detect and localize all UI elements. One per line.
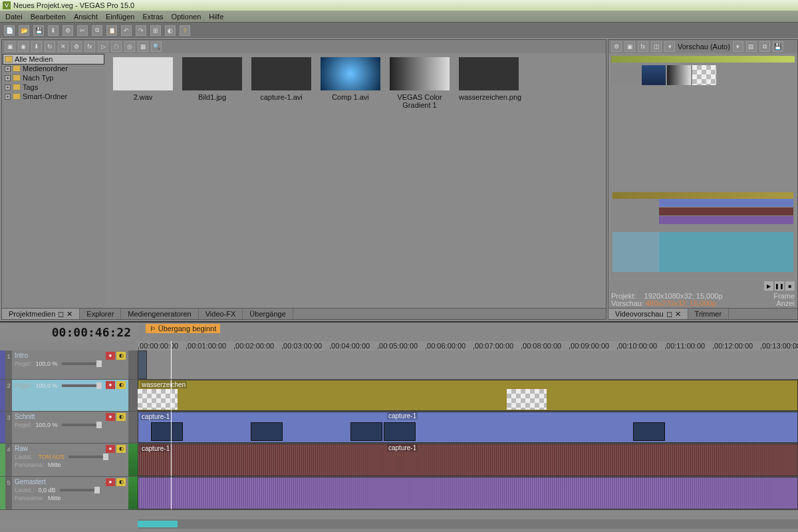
track-strip-icon[interactable] bbox=[0, 412, 5, 443]
track-lane[interactable]: capture-1capture-1 bbox=[138, 444, 798, 476]
level-slider[interactable] bbox=[62, 362, 102, 365]
track-lane[interactable] bbox=[138, 477, 798, 509]
solo-icon[interactable]: ◐ bbox=[116, 413, 126, 421]
playhead[interactable] bbox=[171, 341, 172, 350]
tab-videovorschau[interactable]: Videovorschau◻✕ bbox=[608, 309, 688, 319]
playhead[interactable] bbox=[171, 412, 172, 443]
properties-icon[interactable]: ⚙ bbox=[63, 25, 73, 36]
track-lane[interactable]: wasserzeichen bbox=[138, 380, 798, 411]
loop-icon[interactable]: ◎ bbox=[124, 41, 135, 52]
clip[interactable] bbox=[138, 350, 147, 379]
track-strip-icon[interactable] bbox=[0, 380, 5, 411]
level-slider[interactable] bbox=[62, 384, 102, 387]
media-thumb[interactable]: Bild1.jpg bbox=[182, 57, 242, 101]
level-slider[interactable] bbox=[62, 424, 102, 426]
record-icon[interactable]: ● bbox=[106, 352, 115, 360]
snap-icon[interactable]: ⊞ bbox=[150, 25, 161, 36]
menu-bearbeiten[interactable]: Bearbeiten bbox=[31, 13, 66, 21]
tree-item[interactable]: +Medienordner bbox=[3, 64, 104, 73]
paste-icon[interactable]: 📋 bbox=[106, 25, 117, 36]
expand-icon[interactable]: + bbox=[5, 75, 11, 81]
cut-icon[interactable]: ✂ bbox=[77, 25, 88, 36]
pv-overlay-icon[interactable]: ▤ bbox=[746, 41, 757, 52]
time-ruler[interactable]: ,00:00:00:00,00:01:00:00,00:02:00:00,00:… bbox=[138, 341, 798, 350]
close-icon[interactable]: ✕ bbox=[66, 310, 72, 319]
play-icon[interactable]: ▷ bbox=[98, 41, 108, 52]
stop-icon[interactable]: □ bbox=[111, 41, 122, 52]
render-icon[interactable]: ⬇ bbox=[48, 25, 59, 36]
pv-drop2-icon[interactable]: ▾ bbox=[733, 41, 743, 52]
play-button[interactable]: ▶ bbox=[764, 281, 773, 291]
marker-icon[interactable]: ◐ bbox=[165, 25, 176, 36]
marker-flag[interactable]: 🏳 Übergang beginnt bbox=[146, 324, 220, 333]
playhead[interactable] bbox=[171, 350, 172, 379]
close-icon[interactable]: ✕ bbox=[675, 310, 681, 319]
undo-icon[interactable]: ↶ bbox=[121, 25, 132, 36]
tab-trimmer[interactable]: Trimmer bbox=[688, 309, 730, 319]
track-header[interactable]: 2●◐Pegel:100,0 % bbox=[0, 380, 138, 411]
menu-ansicht[interactable]: Ansicht bbox=[74, 13, 98, 21]
pv-save-icon[interactable]: 💾 bbox=[773, 41, 783, 52]
search-icon[interactable]: 🔍 bbox=[151, 41, 162, 52]
record-icon[interactable]: ● bbox=[106, 413, 115, 421]
menu-datei[interactable]: Datei bbox=[5, 13, 23, 21]
vol-slider[interactable] bbox=[68, 456, 108, 458]
pv-split-icon[interactable]: ◫ bbox=[651, 41, 662, 52]
media-thumb[interactable]: wasserzeichen.png bbox=[459, 57, 519, 101]
track-header[interactable]: 4Raw●◐Lautst.:TON AUSPanorama:Mitte bbox=[0, 444, 138, 476]
preview-mode[interactable]: Vorschau (Auto) bbox=[678, 43, 730, 51]
props-icon[interactable]: ⚙ bbox=[71, 41, 82, 52]
expand-icon[interactable]: + bbox=[5, 94, 11, 100]
save-icon[interactable]: 💾 bbox=[33, 25, 44, 36]
pv-ext-icon[interactable]: ▣ bbox=[624, 41, 635, 52]
tab-explorer[interactable]: Explorer bbox=[80, 309, 121, 319]
playhead[interactable] bbox=[171, 477, 172, 509]
pin-icon[interactable]: ◻ bbox=[58, 310, 64, 319]
record-icon[interactable]: ● bbox=[106, 445, 115, 453]
timecode-display[interactable]: 00:00:46:22 bbox=[0, 323, 138, 341]
pv-settings-icon[interactable]: ⚙ bbox=[611, 41, 622, 52]
clip[interactable]: capture-1 bbox=[138, 444, 798, 476]
solo-icon[interactable]: ◐ bbox=[116, 445, 126, 453]
refresh-icon[interactable]: ↻ bbox=[45, 41, 55, 52]
playhead[interactable] bbox=[171, 444, 172, 476]
clip[interactable] bbox=[138, 477, 798, 509]
clip[interactable]: wasserzeichen bbox=[138, 380, 798, 411]
tab-video-fx[interactable]: Video-FX bbox=[199, 309, 243, 319]
track-header[interactable]: 1Intro●◐Pegel:100,0 % bbox=[0, 350, 138, 379]
tab-übergänge[interactable]: Übergänge bbox=[243, 309, 293, 319]
pin-icon[interactable]: ◻ bbox=[666, 310, 672, 319]
scroll-thumb[interactable] bbox=[138, 521, 178, 527]
record-icon[interactable]: ● bbox=[106, 381, 115, 389]
track-header[interactable]: 3Schnitt●◐Pegel:100,0 % bbox=[0, 412, 138, 443]
media-thumb[interactable]: capture-1.avi bbox=[251, 57, 311, 101]
solo-icon[interactable]: ◐ bbox=[116, 478, 126, 486]
tree-item[interactable]: +Smart-Ordner bbox=[3, 92, 104, 101]
copy-icon[interactable]: ⧉ bbox=[92, 25, 102, 36]
expand-icon[interactable]: + bbox=[5, 84, 11, 90]
fx-icon[interactable]: fx bbox=[84, 41, 95, 52]
delete-icon[interactable]: ✕ bbox=[58, 41, 68, 52]
open-icon[interactable]: 📂 bbox=[19, 25, 29, 36]
media-thumb[interactable]: 2.wav bbox=[113, 57, 173, 101]
pv-dropdown-icon[interactable]: ▾ bbox=[664, 41, 675, 52]
view-icon[interactable]: ▦ bbox=[138, 41, 148, 52]
menu-einfügen[interactable]: Einfügen bbox=[106, 13, 134, 21]
track-lane[interactable] bbox=[138, 350, 798, 379]
menu-hilfe[interactable]: Hilfe bbox=[209, 13, 223, 21]
media-thumb[interactable]: Comp 1.avi bbox=[321, 57, 380, 101]
vol-slider[interactable] bbox=[60, 489, 100, 491]
tree-item[interactable]: +Tags bbox=[3, 82, 104, 92]
help-icon[interactable]: ? bbox=[180, 25, 190, 36]
redo-icon[interactable]: ↷ bbox=[136, 25, 146, 36]
track-header[interactable]: 5Gemastert●◐Lautst.:0,0 dBPanorama:Mitte bbox=[0, 477, 138, 509]
stop-button[interactable]: ■ bbox=[785, 281, 795, 291]
menu-optionen[interactable]: Optionen bbox=[172, 13, 201, 21]
record-icon[interactable]: ● bbox=[106, 478, 115, 486]
clip[interactable]: capture-1 bbox=[138, 412, 798, 443]
solo-icon[interactable]: ◐ bbox=[116, 381, 126, 389]
track-lane[interactable]: capture-1capture-1 bbox=[138, 412, 798, 443]
get-media-icon[interactable]: ⬇ bbox=[31, 41, 42, 52]
track-strip-icon[interactable] bbox=[0, 444, 5, 476]
capture-icon[interactable]: ◉ bbox=[18, 41, 29, 52]
